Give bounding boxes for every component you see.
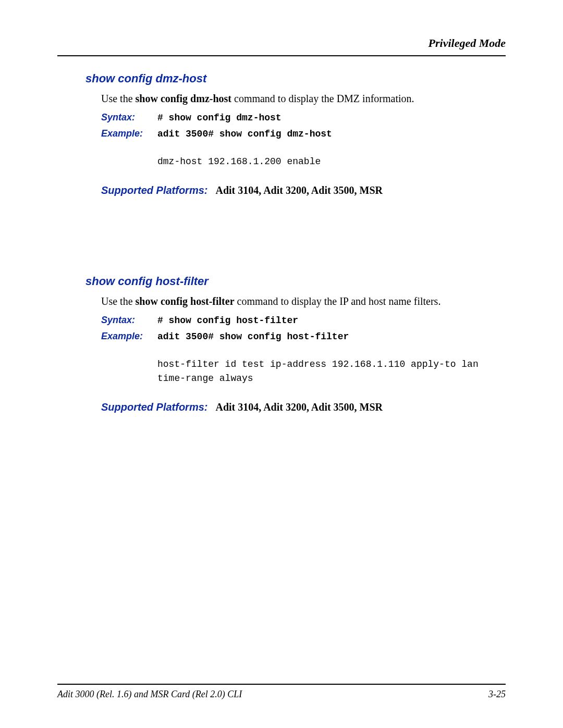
platforms-value: Adit 3104, Adit 3200, Adit 3500, MSR (215, 184, 383, 196)
section-spacer (57, 196, 506, 275)
header-rule (57, 55, 506, 56)
footer-row: Adit 3000 (Rel. 1.6) and MSR Card (Rel 2… (57, 689, 506, 700)
intro-command: show config host-filter (136, 295, 235, 307)
intro-suffix: command to display the DMZ information. (231, 93, 414, 104)
supported-platforms: Supported Platforms: Adit 3104, Adit 320… (101, 401, 506, 413)
section-intro: Use the show config host-filter command … (101, 295, 506, 307)
syntax-text: # show config host-filter (157, 315, 298, 326)
example-row: Example: adit 3500# show config host-fil… (101, 331, 506, 342)
section-title: show config dmz-host (85, 72, 506, 85)
footer-rule (57, 684, 506, 685)
intro-prefix: Use the (101, 93, 136, 104)
footer-doc-title: Adit 3000 (Rel. 1.6) and MSR Card (Rel 2… (57, 689, 242, 700)
example-output: dmz-host 192.168.1.200 enable (157, 155, 506, 169)
example-text: adit 3500# show config host-filter (157, 331, 349, 342)
example-output: host-filter id test ip-address 192.168.1… (157, 357, 506, 386)
platforms-label: Supported Platforms: (101, 401, 207, 413)
page-content: Privileged Mode show config dmz-host Use… (0, 0, 563, 413)
section-host-filter: show config host-filter Use the show con… (57, 275, 506, 413)
page-header-mode: Privileged Mode (57, 36, 506, 50)
footer-page-number: 3-25 (488, 689, 506, 700)
example-row: Example: adit 3500# show config dmz-host (101, 128, 506, 139)
syntax-label: Syntax: (101, 112, 151, 123)
intro-prefix: Use the (101, 295, 136, 307)
platforms-value: Adit 3104, Adit 3200, Adit 3500, MSR (215, 401, 383, 413)
section-intro: Use the show config dmz-host command to … (101, 93, 506, 105)
intro-suffix: command to display the IP and host name … (235, 295, 441, 307)
section-dmz-host: show config dmz-host Use the show config… (57, 72, 506, 196)
example-text: adit 3500# show config dmz-host (157, 129, 332, 139)
example-label: Example: (101, 128, 151, 139)
example-label: Example: (101, 331, 151, 342)
syntax-row: Syntax: # show config dmz-host (101, 112, 506, 123)
page-footer: Adit 3000 (Rel. 1.6) and MSR Card (Rel 2… (57, 684, 506, 700)
intro-command: show config dmz-host (136, 93, 231, 104)
syntax-text: # show config dmz-host (157, 113, 282, 123)
platforms-label: Supported Platforms: (101, 184, 207, 196)
syntax-label: Syntax: (101, 315, 151, 326)
section-title: show config host-filter (85, 275, 506, 288)
supported-platforms: Supported Platforms: Adit 3104, Adit 320… (101, 184, 506, 196)
syntax-row: Syntax: # show config host-filter (101, 315, 506, 326)
